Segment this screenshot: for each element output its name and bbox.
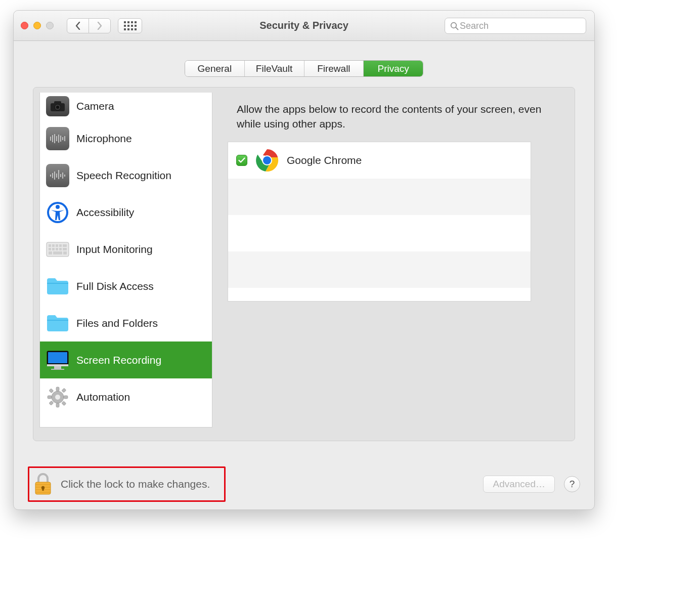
tab-label: Firewall — [317, 63, 350, 74]
search-field[interactable] — [445, 18, 586, 34]
chevron-left-icon — [75, 22, 80, 30]
preferences-window: Security & Privacy General FileVault Fir… — [13, 10, 595, 510]
tab-general[interactable]: General — [185, 61, 245, 76]
svg-rect-27 — [49, 244, 51, 247]
tab-privacy[interactable]: Privacy — [364, 61, 423, 76]
svg-rect-29 — [56, 244, 58, 247]
tab-label: General — [198, 63, 232, 74]
folder-icon — [46, 312, 69, 335]
gear-icon — [46, 386, 69, 409]
svg-rect-66 — [42, 488, 43, 491]
svg-rect-32 — [49, 248, 51, 250]
search-input[interactable] — [459, 20, 581, 32]
svg-line-1 — [456, 27, 458, 29]
sidebar-item-camera[interactable]: Camera — [40, 93, 212, 120]
svg-rect-6 — [49, 133, 66, 144]
svg-rect-48 — [56, 387, 59, 391]
accessibility-icon — [46, 201, 69, 224]
svg-rect-34 — [56, 248, 58, 250]
zoom-window-button — [46, 22, 54, 29]
svg-rect-35 — [59, 248, 62, 250]
privacy-category-list[interactable]: Camera Microphone — [39, 93, 212, 427]
tabs: General FileVault Firewall Privacy — [185, 60, 423, 77]
svg-point-59 — [263, 156, 271, 164]
app-row-empty — [228, 215, 531, 251]
sidebar-item-label: Screen Recording — [76, 354, 161, 366]
detail-description: Allow the apps below to record the conte… — [237, 102, 559, 132]
app-row-empty — [228, 179, 531, 215]
sidebar-item-label: Input Monitoring — [76, 243, 153, 255]
tab-firewall[interactable]: Firewall — [304, 61, 364, 76]
svg-rect-44 — [47, 364, 68, 366]
svg-rect-30 — [59, 244, 62, 247]
help-button-label: ? — [570, 479, 575, 490]
svg-rect-33 — [52, 248, 55, 250]
sidebar-item-label: Accessibility — [76, 206, 134, 219]
sidebar-item-label: Full Disk Access — [76, 280, 154, 292]
svg-rect-43 — [48, 352, 67, 363]
lock-icon — [34, 473, 52, 495]
sidebar-item-speech-recognition[interactable]: Speech Recognition — [40, 157, 212, 194]
tab-bar: General FileVault Firewall Privacy — [14, 60, 594, 77]
sidebar-item-label: Speech Recognition — [76, 169, 171, 182]
lock-area[interactable]: Click the lock to make changes. — [28, 466, 226, 502]
svg-rect-41 — [47, 320, 68, 321]
sidebar-item-screen-recording[interactable]: Screen Recording — [40, 341, 212, 378]
svg-rect-38 — [53, 251, 62, 254]
detail-pane: Allow the apps below to record the conte… — [228, 93, 568, 427]
app-checkbox[interactable] — [236, 155, 247, 166]
back-button[interactable] — [67, 18, 89, 33]
svg-point-56 — [55, 395, 60, 400]
svg-point-5 — [56, 106, 59, 109]
svg-rect-50 — [48, 396, 52, 399]
sidebar-item-full-disk-access[interactable]: Full Disk Access — [40, 268, 212, 305]
svg-rect-55 — [49, 401, 54, 405]
svg-point-25 — [56, 205, 60, 209]
search-icon — [450, 22, 459, 30]
sidebar-item-files-and-folders[interactable]: Files and Folders — [40, 305, 212, 341]
footer: Click the lock to make changes. Advanced… — [14, 459, 594, 509]
help-button[interactable]: ? — [564, 476, 580, 492]
content-panel: Camera Microphone — [33, 87, 575, 441]
app-row-empty — [228, 251, 531, 288]
svg-rect-40 — [47, 283, 68, 284]
window-controls — [21, 22, 54, 29]
sidebar-item-label: Automation — [76, 391, 130, 403]
svg-rect-45 — [54, 366, 61, 369]
svg-rect-52 — [49, 388, 54, 393]
speech-icon — [46, 164, 69, 187]
display-icon — [46, 349, 69, 372]
close-window-button[interactable] — [21, 22, 28, 29]
svg-rect-54 — [62, 388, 66, 393]
svg-rect-53 — [62, 401, 66, 405]
sidebar-item-label: Camera — [76, 100, 114, 112]
folder-icon — [46, 275, 69, 298]
nav-buttons — [67, 18, 111, 33]
advanced-button: Advanced… — [483, 476, 555, 493]
app-permission-list[interactable]: Google Chrome — [228, 142, 531, 302]
svg-rect-39 — [63, 251, 67, 254]
show-all-button[interactable] — [118, 18, 142, 33]
svg-rect-46 — [51, 369, 64, 370]
microphone-icon — [46, 127, 69, 150]
svg-rect-37 — [49, 251, 52, 254]
forward-button — [89, 18, 111, 33]
chevron-right-icon — [97, 22, 102, 30]
svg-rect-31 — [63, 244, 67, 247]
lock-text: Click the lock to make changes. — [61, 478, 210, 490]
grid-icon — [124, 21, 137, 30]
svg-rect-36 — [63, 248, 67, 250]
svg-rect-49 — [56, 403, 59, 407]
app-row-google-chrome[interactable]: Google Chrome — [228, 142, 531, 179]
camera-icon — [46, 96, 69, 116]
titlebar: Security & Privacy — [14, 11, 594, 41]
sidebar-item-automation[interactable]: Automation — [40, 378, 212, 415]
svg-rect-3 — [54, 101, 61, 104]
minimize-window-button[interactable] — [33, 22, 41, 29]
tab-filevault[interactable]: FileVault — [245, 61, 304, 76]
sidebar-item-input-monitoring[interactable]: Input Monitoring — [40, 231, 212, 268]
app-row-empty — [228, 288, 531, 302]
sidebar-item-microphone[interactable]: Microphone — [40, 120, 212, 157]
sidebar-item-label: Files and Folders — [76, 317, 158, 329]
sidebar-item-accessibility[interactable]: Accessibility — [40, 194, 212, 231]
